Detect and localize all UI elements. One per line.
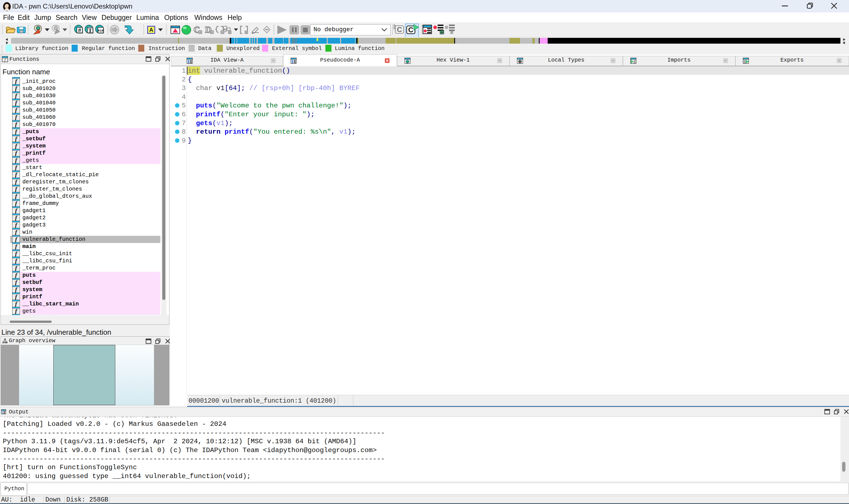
svg-text:C: C: [408, 26, 414, 34]
svg-text:A: A: [149, 27, 153, 33]
svg-text:#: #: [78, 27, 81, 33]
svg-text:C: C: [397, 25, 402, 34]
svg-text:010: 010: [98, 29, 103, 32]
svg-text:T: T: [88, 27, 92, 34]
